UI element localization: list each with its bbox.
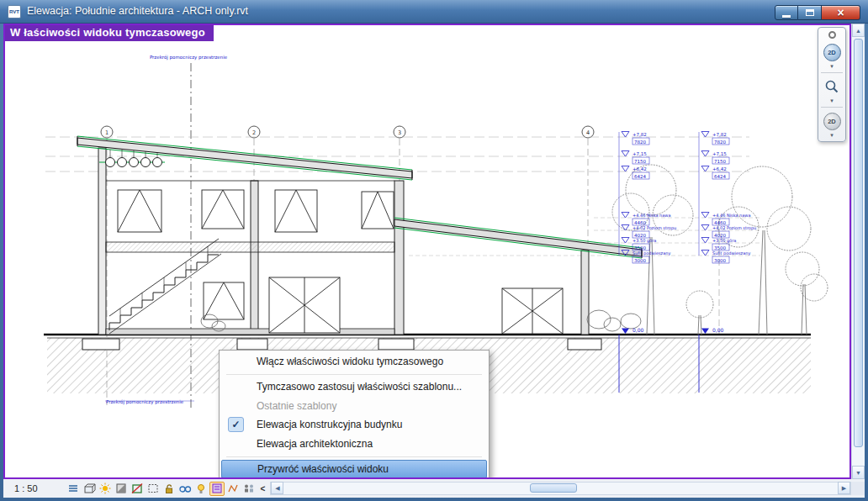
grid-bubble-label: 1 bbox=[105, 129, 108, 136]
svg-text:+7,15: +7,15 bbox=[632, 151, 647, 156]
svg-text:3000: 3000 bbox=[634, 258, 646, 263]
visual-style-icon[interactable] bbox=[82, 482, 97, 496]
checkmark-icon: ✓ bbox=[228, 417, 244, 432]
svg-text:+7,82: +7,82 bbox=[712, 132, 727, 137]
drawing-viewport[interactable]: W łaściwości widoku tymczasowego bbox=[3, 24, 851, 479]
show-crop-region-icon[interactable] bbox=[146, 482, 161, 496]
main-area: W łaściwości widoku tymczasowego bbox=[3, 24, 865, 498]
svg-text:0,00: 0,00 bbox=[712, 327, 724, 333]
chevron-down-icon[interactable]: ▾ bbox=[830, 63, 834, 70]
svg-text:4460: 4460 bbox=[714, 220, 726, 225]
grid-bubble-label: 3 bbox=[398, 129, 401, 136]
menu-item-enable-temporary-view-properties[interactable]: Włącz właściwości widoku tymczasowego bbox=[221, 352, 487, 372]
building bbox=[77, 136, 642, 335]
bottom-bar: 1 : 50 bbox=[3, 479, 865, 498]
section-annotation-bottom: Przekrój pomocniczy przestrzenie bbox=[106, 399, 184, 405]
grid-bubble-label: 4 bbox=[586, 129, 590, 136]
collapse-arrow[interactable]: < bbox=[261, 484, 266, 493]
svg-text:4460: 4460 bbox=[634, 220, 646, 225]
navbar-divider bbox=[821, 72, 843, 73]
svg-text:7820: 7820 bbox=[714, 140, 726, 145]
svg-text:6424: 6424 bbox=[634, 174, 646, 179]
maximize-icon bbox=[806, 9, 814, 16]
close-button[interactable]: × bbox=[822, 5, 860, 20]
steering-wheel-2d-icon: 2D bbox=[823, 44, 841, 61]
rvt-file-icon: RVT bbox=[8, 5, 21, 18]
chevron-down-icon[interactable]: ▾ bbox=[830, 132, 834, 139]
maximize-button[interactable] bbox=[798, 5, 822, 20]
context-menu: Włącz właściwości widoku tymczasowego Ty… bbox=[219, 350, 490, 479]
window-controls: × bbox=[775, 5, 860, 20]
svg-text:+3,50 góra: +3,50 góra bbox=[712, 238, 736, 244]
vertical-scrollbar-thumb[interactable] bbox=[854, 39, 863, 447]
title-bar[interactable]: RVT Elewacja: Południe architektura - AR… bbox=[0, 0, 868, 24]
scrollbar-corner bbox=[851, 482, 865, 495]
svg-text:4020: 4020 bbox=[714, 233, 726, 238]
crop-view-icon[interactable] bbox=[130, 482, 145, 496]
horizontal-scrollbar-thumb[interactable] bbox=[530, 483, 577, 493]
scroll-left-icon[interactable]: ◀ bbox=[271, 482, 283, 494]
horizontal-scrollbar[interactable]: ◀ ▶ bbox=[270, 482, 851, 495]
svg-text:7820: 7820 bbox=[634, 140, 646, 145]
shadows-icon[interactable] bbox=[114, 482, 129, 496]
scale-button[interactable]: 1 : 50 bbox=[10, 483, 42, 494]
unlocked-view-icon[interactable] bbox=[161, 482, 177, 496]
svg-text:7150: 7150 bbox=[714, 159, 726, 164]
svg-text:+4,02 Poziom stropu: +4,02 Poziom stropu bbox=[632, 225, 676, 231]
sun-path-icon[interactable] bbox=[98, 482, 113, 496]
navbar-divider bbox=[821, 107, 843, 108]
temporary-view-banner: W łaściwości widoku tymczasowego bbox=[5, 25, 214, 41]
steering-wheel-mini-icon[interactable] bbox=[828, 31, 836, 39]
scroll-down-icon[interactable]: ▼ bbox=[852, 466, 865, 479]
menu-item-restore-view-properties[interactable]: Przywróć właściwości widoku bbox=[221, 460, 487, 478]
detail-level-icon[interactable] bbox=[66, 482, 81, 496]
minimize-button[interactable] bbox=[775, 5, 798, 20]
view-control-icons bbox=[66, 482, 257, 496]
svg-text:4020: 4020 bbox=[634, 233, 646, 238]
pan-2d-button[interactable]: 2D bbox=[821, 110, 843, 132]
navigation-bar: 2D ▾ ▾ 2D ▾ bbox=[818, 27, 846, 142]
steering-wheel-2d-button[interactable]: 2D bbox=[821, 41, 843, 63]
view-control-bar: 1 : 50 bbox=[3, 479, 270, 498]
svg-text:+6,42: +6,42 bbox=[632, 166, 647, 171]
worksharing-display-icon[interactable] bbox=[241, 482, 257, 496]
menu-header-recent-templates: Ostatnie szablony bbox=[221, 397, 487, 415]
vertical-scrollbar[interactable]: ▲ ▼ bbox=[851, 24, 865, 479]
grid-bubble-label: 2 bbox=[252, 129, 256, 136]
menu-item-structural-elevation[interactable]: ✓ Elewacja konstrukcyjna budynku bbox=[221, 415, 487, 435]
svg-text:+4,02 Poziom stropu: +4,02 Poziom stropu bbox=[712, 225, 756, 231]
menu-item-architectural-elevation[interactable]: Elewacja architektoniczna bbox=[221, 435, 487, 454]
scroll-up-icon[interactable]: ▲ bbox=[852, 24, 865, 37]
svg-text:3500: 3500 bbox=[714, 245, 726, 250]
close-icon: × bbox=[837, 6, 844, 19]
temporary-hide-isolate-icon[interactable] bbox=[177, 482, 193, 496]
svg-text:+3,50 góra: +3,50 góra bbox=[632, 238, 656, 244]
minimize-icon bbox=[782, 15, 791, 18]
reveal-hidden-elements-icon[interactable] bbox=[193, 482, 209, 496]
window-title: Elewacja: Południe architektura - ARCH o… bbox=[27, 0, 248, 24]
temporary-view-properties-icon[interactable] bbox=[209, 482, 225, 496]
zoom-button[interactable] bbox=[821, 76, 843, 98]
svg-text:+4,46 Niska nawa: +4,46 Niska nawa bbox=[712, 213, 751, 218]
menu-separator bbox=[226, 374, 482, 375]
pan-2d-icon: 2D bbox=[823, 113, 841, 130]
zoom-icon bbox=[824, 79, 839, 94]
svg-text:+7,15: +7,15 bbox=[712, 151, 727, 156]
svg-text:+6,42: +6,42 bbox=[712, 166, 727, 171]
svg-text:Sufit podwieszany: Sufit podwieszany bbox=[712, 250, 750, 256]
revit-window: RVT Elewacja: Południe architektura - AR… bbox=[0, 0, 868, 501]
scroll-right-icon[interactable]: ▶ bbox=[838, 482, 850, 494]
svg-text:7150: 7150 bbox=[634, 159, 646, 164]
svg-text:Sufit podwieszany: Sufit podwieszany bbox=[632, 250, 670, 256]
chevron-down-icon[interactable]: ▾ bbox=[830, 98, 834, 104]
section-annotation-top: Przekrój pomocniczy przestrzenie bbox=[150, 55, 228, 61]
svg-text:3000: 3000 bbox=[714, 258, 726, 263]
svg-text:0,00: 0,00 bbox=[632, 327, 644, 333]
menu-item-temporarily-apply-template[interactable]: Tymczasowo zastosuj właściwości szablonu… bbox=[221, 377, 487, 397]
svg-text:3500: 3500 bbox=[634, 245, 646, 250]
hide-analytical-model-icon[interactable] bbox=[225, 482, 241, 496]
svg-text:6424: 6424 bbox=[714, 174, 726, 179]
svg-text:+7,82: +7,82 bbox=[632, 132, 647, 137]
svg-text:+4,46 Niska nawa: +4,46 Niska nawa bbox=[632, 213, 671, 218]
menu-separator bbox=[226, 456, 482, 457]
